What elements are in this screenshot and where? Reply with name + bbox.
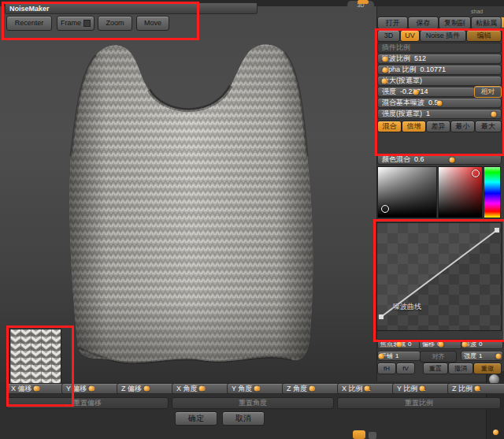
y-angle-slider[interactable]: Y 角度0 (227, 383, 287, 394)
curve-noise-slider[interactable]: 噪波0 (461, 339, 503, 349)
strength-handle[interactable] (413, 89, 418, 95)
blend-mode-max-button[interactable]: 最大 (475, 121, 502, 132)
y-angle-handle[interactable] (254, 386, 260, 392)
x-offset-slider[interactable]: X 偏移0 (6, 383, 66, 394)
y-scale-slider[interactable]: Y 比例1 (392, 383, 452, 394)
frame-label: Frame (61, 20, 81, 27)
frame-button[interactable]: Frame (57, 16, 94, 31)
model-preview[interactable] (0, 6, 376, 382)
x-angle-slider[interactable]: X 角度0 (172, 383, 232, 394)
curve-offset-slider[interactable]: 偏移0 (419, 339, 462, 349)
focal-shift-handle[interactable] (396, 341, 402, 347)
alpha-preview-thumbnail[interactable]: Alpha On/Off (9, 329, 61, 390)
x-angle-handle[interactable] (199, 386, 205, 392)
recenter-button[interactable]: Recenter (6, 16, 52, 31)
curve-strength-label: 强度 (464, 353, 476, 359)
noise-curve-graph[interactable] (377, 223, 501, 330)
open-button[interactable]: 打开 (377, 17, 408, 29)
viewport[interactable] (0, 6, 376, 382)
color-blend-value: 0.6 (414, 156, 424, 163)
blend-mode-difference-button[interactable]: 差异 (426, 121, 450, 132)
z-angle-slider[interactable]: Z 角度0 (282, 383, 342, 394)
edit-button[interactable]: 编辑 (466, 30, 502, 42)
alpha-scale-slider[interactable]: Alpha 比例0.10771 (377, 65, 502, 75)
strength-slider[interactable]: 强度-0.22714 (377, 87, 475, 97)
color-blend-slider[interactable]: 颜色混合0.6 (377, 154, 502, 165)
blend-mode-mix-button[interactable]: 混合 (377, 121, 402, 132)
focal-shift-slider[interactable]: 焦点衰减0 (377, 339, 421, 349)
color-marker-primary[interactable] (381, 205, 389, 213)
noise-scale-handle[interactable] (383, 56, 388, 61)
color-marker-secondary[interactable] (472, 169, 480, 177)
frame-icon (83, 20, 91, 27)
ok-button[interactable]: 确定 (175, 411, 217, 426)
mix-basic-noise-slider[interactable]: 混合基本噪波0.5 (377, 98, 502, 108)
flip-h-button[interactable]: fH (377, 363, 396, 374)
mix-basic-noise-handle[interactable] (437, 100, 443, 106)
mode-3d-button[interactable]: 3D (377, 30, 400, 42)
curve-noise-handle[interactable] (462, 341, 468, 347)
color-blend-label: 颜色混合 (382, 156, 410, 163)
z-angle-handle[interactable] (309, 386, 315, 392)
z-scale-handle[interactable] (475, 386, 480, 392)
color-picker-primary[interactable] (377, 166, 437, 218)
background-orange-icon (353, 430, 365, 439)
relative-button[interactable]: 相对 (474, 86, 502, 98)
y-scale-handle[interactable] (420, 386, 425, 392)
mode-uv-button[interactable]: UV (400, 30, 420, 42)
strength-mask-handle[interactable] (491, 111, 496, 117)
blend-mode-min-button[interactable]: 最小 (450, 121, 475, 132)
redo-button[interactable]: 重做 (473, 363, 502, 374)
x-offset-handle[interactable] (34, 386, 39, 392)
noise-curve-editor[interactable]: 噪波曲线 (376, 222, 502, 331)
alpha-scale-handle[interactable] (383, 67, 388, 73)
flip-v-button[interactable]: fV (396, 363, 415, 374)
zoom-button[interactable]: Zoom (98, 16, 132, 31)
y-scale-label: Y 比例 (397, 385, 417, 392)
z-scale-slider[interactable]: Z 比例1 (447, 383, 504, 394)
reset-angle-label: 重置角度 (239, 400, 267, 407)
flip-h-label: fH (384, 366, 390, 372)
noise-plugin-button[interactable]: Noise 插件 (420, 30, 466, 42)
paste-button[interactable]: 粘贴属 (471, 17, 502, 29)
y-offset-slider[interactable]: Y 偏移0 (61, 383, 121, 394)
focal-shift-value: 0 (408, 341, 411, 348)
curve-offset-handle[interactable] (438, 341, 443, 347)
curve-reset-button[interactable]: 重置 (423, 363, 448, 374)
z-offset-slider[interactable]: Z 偏移0 (117, 383, 176, 394)
hue-bar[interactable] (484, 166, 501, 218)
x-offset-label: X 偏移 (11, 385, 32, 392)
copy-button[interactable]: 复制副 (439, 17, 471, 29)
y-offset-handle[interactable] (89, 386, 94, 392)
cancel-button[interactable]: 取消 (222, 411, 265, 426)
z-offset-handle[interactable] (144, 386, 150, 392)
color-blend-handle[interactable] (449, 157, 454, 162)
noise-curve-label: 噪波曲线 (393, 302, 421, 312)
tile-handle[interactable] (379, 353, 384, 359)
strength-mask-value: 1 (426, 110, 430, 117)
x-scale-slider[interactable]: X 比例1 (337, 383, 397, 394)
curve-point-end[interactable] (495, 228, 499, 233)
curve-point-start[interactable] (379, 314, 384, 319)
save-label: 保存 (417, 20, 431, 27)
tile-value: 1 (395, 353, 398, 359)
strength-mask-slider[interactable]: 强度(按遮罩)1 (377, 109, 502, 119)
reset-offset-button[interactable]: 重置偏移 (6, 397, 169, 409)
save-button[interactable]: 保存 (408, 17, 439, 29)
curve-strength-handle[interactable] (495, 353, 501, 359)
magnify-mask-handle[interactable] (381, 78, 387, 84)
x-angle-label: X 角度 (176, 385, 198, 392)
noise-scale-slider[interactable]: 噪波比例512 (377, 54, 502, 64)
color-picker-secondary[interactable] (438, 166, 483, 218)
move-button[interactable]: Move (136, 16, 169, 31)
magnify-mask-slider[interactable]: 放大(按遮罩) (377, 76, 502, 86)
x-scale-handle[interactable] (365, 386, 370, 392)
blend-multiply-label: 倍增 (407, 123, 421, 130)
reset-angle-button[interactable]: 重置角度 (172, 397, 334, 409)
zoom-label: Zoom (106, 20, 124, 27)
reset-scale-button[interactable]: 重置比例 (337, 397, 501, 409)
blend-mode-multiply-button[interactable]: 倍增 (402, 121, 426, 132)
tile-slider[interactable]: 平铺1 (377, 351, 421, 361)
undo-button[interactable]: 撤消 (448, 363, 473, 374)
curve-strength-slider[interactable]: 强度1 (461, 351, 503, 361)
